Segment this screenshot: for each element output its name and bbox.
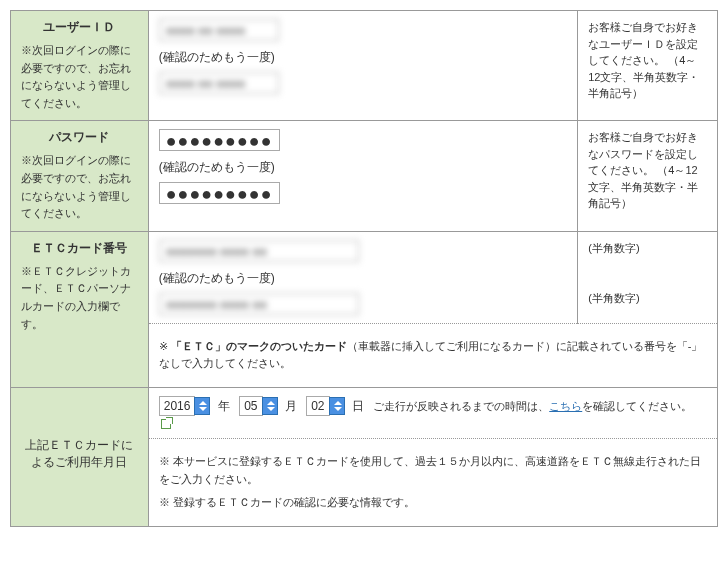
stepper-icon[interactable] [262, 397, 278, 415]
label-title-usagedate: 上記ＥＴＣカードによるご利用年月日 [21, 437, 138, 471]
right-cell-etccard: (半角数字) (半角数字) [578, 231, 718, 323]
label-title-userid: ユーザーＩＤ [21, 19, 138, 36]
label-cell-usagedate: 上記ＥＴＣカードによるご利用年月日 [11, 387, 149, 526]
usagedate-footnote1: ※ 本サービスに登録するＥＴＣカードを使用して、過去１５か月以内に、高速道路をＥ… [159, 453, 707, 488]
etccard-confirm-label: (確認のためもう一度) [159, 270, 567, 287]
label-note-userid: ※次回ログインの際に必要ですので、お忘れにならないよう管理してください。 [21, 42, 138, 112]
label-note-etccard: ※ＥＴＣクレジットカード、ＥＴＣパーソナルカードの入力欄です。 [21, 263, 138, 333]
external-link-icon [161, 419, 171, 429]
day-select[interactable]: 02 [306, 396, 344, 416]
userid-confirm-label: (確認のためもう一度) [159, 49, 567, 66]
year-value: 2016 [159, 396, 196, 416]
usagedate-topnote-prefix: ご走行が反映されるまでの時間は、 [373, 400, 549, 412]
password-confirm-input[interactable]: ●●●●●●●●● [159, 182, 280, 204]
usagedate-topnote-suffix: を確認してください。 [582, 400, 692, 412]
main-cell-usagedate: 2016 年 05 月 02 日 ご走行が反映されるまでの時間は、こちらを確認し… [148, 387, 717, 438]
registration-form-table: ユーザーＩＤ ※次回ログインの際に必要ですので、お忘れにならないよう管理してくだ… [10, 10, 718, 527]
etccard-right-note2: (半角数字) [588, 290, 707, 307]
etccard-footnote-cell: ※ 「ＥＴＣ」のマークのついたカード（車載器に挿入してご利用になるカード）に記載… [148, 323, 717, 387]
password-input[interactable]: ●●●●●●●●● [159, 129, 280, 151]
label-cell-password: パスワード ※次回ログインの際に必要ですので、お忘れにならないよう管理してくださ… [11, 121, 149, 231]
label-cell-userid: ユーザーＩＤ ※次回ログインの際に必要ですので、お忘れにならないよう管理してくだ… [11, 11, 149, 121]
userid-confirm-input[interactable]: ■■■■ ■■ ■■■■ [159, 72, 279, 94]
day-value: 02 [306, 396, 329, 416]
right-cell-password: お客様ご自身でお好きなパスワードを設定してください。 （4～12文字、半角英数字… [578, 121, 718, 231]
usagedate-footnote2: ※ 登録するＥＴＣカードの確認に必要な情報です。 [159, 494, 707, 512]
etccard-right-note1: (半角数字) [588, 240, 707, 257]
stepper-icon[interactable] [194, 397, 210, 415]
month-select[interactable]: 05 [239, 396, 277, 416]
usagedate-topnote-link[interactable]: こちら [549, 400, 582, 412]
main-cell-password: ●●●●●●●●● (確認のためもう一度) ●●●●●●●●● [148, 121, 577, 231]
year-select[interactable]: 2016 [159, 396, 211, 416]
password-confirm-label: (確認のためもう一度) [159, 159, 567, 176]
label-title-password: パスワード [21, 129, 138, 146]
usagedate-footnote-cell: ※ 本サービスに登録するＥＴＣカードを使用して、過去１５か月以内に、高速道路をＥ… [148, 438, 717, 526]
main-cell-userid: ■■■■ ■■ ■■■■ (確認のためもう一度) ■■■■ ■■ ■■■■ [148, 11, 577, 121]
label-cell-etccard: ＥＴＣカード番号 ※ＥＴＣクレジットカード、ＥＴＣパーソナルカードの入力欄です。 [11, 231, 149, 387]
day-suffix: 日 [352, 398, 364, 415]
year-suffix: 年 [218, 398, 230, 415]
etccard-footnote-bold: 「ＥＴＣ」のマークのついたカード [171, 340, 347, 352]
etccard-footnote-prefix: ※ [159, 340, 171, 352]
month-suffix: 月 [285, 398, 297, 415]
userid-input[interactable]: ■■■■ ■■ ■■■■ [159, 19, 279, 41]
right-cell-userid: お客様ご自身でお好きなユーザーＩＤを設定してください。 （4～12文字、半角英数… [578, 11, 718, 121]
stepper-icon[interactable] [329, 397, 345, 415]
label-title-etccard: ＥＴＣカード番号 [21, 240, 138, 257]
etccard-confirm-input[interactable]: ■■■■■■■ ■■■■ ■■ [159, 293, 359, 315]
month-value: 05 [239, 396, 262, 416]
label-note-password: ※次回ログインの際に必要ですので、お忘れにならないよう管理してください。 [21, 152, 138, 222]
etccard-footnote: ※ 「ＥＴＣ」のマークのついたカード（車載器に挿入してご利用になるカード）に記載… [159, 338, 707, 373]
main-cell-etccard-1: ■■■■■■■ ■■■■ ■■ (確認のためもう一度) ■■■■■■■ ■■■■… [148, 231, 577, 323]
etccard-input[interactable]: ■■■■■■■ ■■■■ ■■ [159, 240, 359, 262]
